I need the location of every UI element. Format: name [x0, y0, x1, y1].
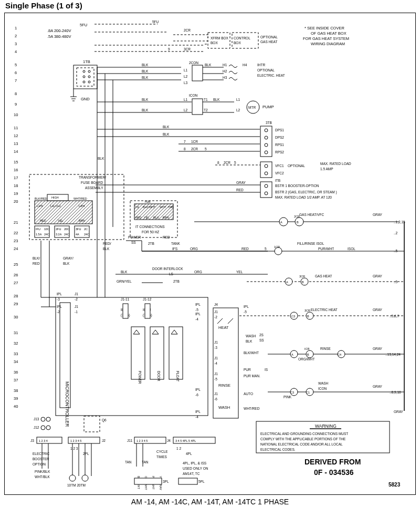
svg-text:BLK: BLK	[205, 63, 212, 67]
svg-text:BLK: BLK	[98, 157, 104, 160]
svg-text:GRAY: GRAY	[373, 213, 383, 216]
svg-text:4PL, IPL, & ISS: 4PL, IPL, & ISS	[183, 461, 207, 465]
svg-text:PINK: PINK	[284, 395, 292, 399]
svg-text:38: 38	[14, 388, 18, 393]
svg-text:24: 24	[14, 246, 18, 251]
svg-rect-73	[192, 65, 203, 81]
svg-text:RED: RED	[135, 216, 142, 219]
svg-text:WHT: WHT	[160, 205, 166, 209]
icon-row: ICON BLK BLK L1T1 L2T2 BLK L1L2 MTR PUMP	[97, 94, 274, 115]
svg-text:1 2 3 4: 1 2 3 4	[39, 439, 48, 442]
svg-text:L1HI: L1HI	[37, 204, 43, 208]
svg-text:GRAY: GRAY	[394, 410, 404, 413]
svg-text:GAS HEAT: GAS HEAT	[315, 274, 332, 278]
svg-text:33: 33	[14, 351, 18, 356]
svg-text:BLK: BLK	[213, 98, 220, 101]
dps-rps: 3TB DPS1 DPS2 RPS1 RPS2 BLK BLK 71CR 82C…	[97, 121, 284, 157]
svg-text:20C: 20C	[64, 227, 69, 231]
fuse-spec: 5FU .8A 200-240V .5A 380-480V	[47, 23, 87, 39]
svg-text:3CR: 3CR	[304, 309, 310, 312]
svg-text:BLK/WHT: BLK/WHT	[143, 205, 156, 209]
svg-text:-1: -1	[75, 310, 78, 314]
svg-text:.5A 380-480V: .5A 380-480V	[47, 34, 71, 39]
svg-text:CONTROL: CONTROL	[234, 36, 250, 40]
svg-text:L2: L2	[184, 108, 188, 112]
svg-text:WARNING: WARNING	[315, 423, 337, 429]
svg-text:BLK: BLK	[63, 262, 70, 265]
svg-text:-4: -4	[195, 317, 198, 321]
svg-rect-361	[178, 478, 197, 484]
svg-text:USED ONLY ON: USED ONLY ON	[183, 467, 208, 470]
svg-text:* SEE INSIDE COVER: * SEE INSIDE COVER	[304, 26, 344, 30]
svg-text:-3: -3	[57, 297, 60, 301]
svg-text:J12: J12	[34, 426, 39, 429]
svg-text:DPS2: DPS2	[275, 136, 284, 139]
svg-text:36: 36	[14, 370, 18, 375]
svg-text:ELECTRIC. HEAT: ELECTRIC. HEAT	[257, 74, 285, 77]
svg-text:ICR: ICR	[304, 347, 310, 350]
svg-text:HIGH: HIGH	[51, 196, 59, 199]
svg-text:GRN/YEL: GRN/YEL	[117, 280, 132, 283]
svg-text:DPS1: DPS1	[275, 128, 284, 132]
svg-text:10C: 10C	[44, 227, 49, 231]
svg-text:H2B: H2B	[145, 200, 151, 203]
svg-text:OPTIONAL: OPTIONAL	[288, 164, 305, 168]
svg-text:5: 5	[265, 247, 267, 251]
svg-text:FOR GAS HEAT SYSTEM: FOR GAS HEAT SYSTEM	[303, 36, 349, 41]
diagram-canvas: 12 34 56 78 910 1112 1314 1516 1718 1920…	[5, 14, 415, 494]
svg-text:J1-11: J1-11	[121, 297, 130, 301]
svg-text:1: 1	[15, 26, 17, 30]
svg-text:C3: C3	[291, 315, 295, 318]
svg-text:34: 34	[14, 359, 18, 364]
svg-text:1 2 3 4 5: 1 2 3 4 5	[136, 439, 148, 442]
svg-text:GRAY: GRAY	[373, 308, 383, 312]
svg-text:PUMP: PUMP	[262, 105, 274, 109]
svg-text:BLK: BLK	[246, 339, 253, 343]
svg-rect-46	[208, 33, 230, 48]
svg-text:RPS2: RPS2	[275, 150, 284, 154]
page-number: 5823	[388, 482, 401, 488]
svg-text:BRN: BRN	[163, 216, 169, 219]
svg-text:2CON: 2CON	[189, 61, 198, 65]
svg-text:2CR: 2CR	[191, 147, 198, 151]
svg-text:WASH: WASH	[218, 405, 230, 410]
svg-text:20: 20	[14, 199, 18, 204]
svg-text:ICON: ICON	[189, 94, 198, 97]
svg-text:-6: -6	[214, 397, 217, 401]
svg-text:ELECTRICAL AND GROUNDING CONNE: ELECTRICAL AND GROUNDING CONNECTIONS MUS…	[260, 432, 348, 436]
svg-text:RINSE: RINSE	[218, 383, 230, 388]
svg-text:-4: -4	[195, 415, 198, 419]
svg-text:5: 5	[234, 161, 236, 164]
svg-text:GRAY: GRAY	[373, 347, 383, 350]
svg-text:B: B	[307, 315, 309, 318]
svg-text:5: 5	[15, 63, 17, 67]
svg-text:AUTO: AUTO	[244, 392, 253, 396]
svg-text:-4: -4	[214, 361, 217, 365]
svg-text:2TB: 2TB	[173, 280, 180, 283]
svg-text:VFC1: VFC1	[275, 164, 284, 168]
svg-text:WHT/BLK: WHT/BLK	[35, 475, 50, 479]
bottom-connectors: J13 J12 Q6 J31 2 3 4 J21 2 3 4 5 J111 2 …	[30, 416, 215, 490]
svg-text:6: 6	[15, 70, 17, 75]
svg-text:OPTIONAL: OPTIONAL	[257, 68, 275, 72]
svg-text:J1-12: J1-12	[143, 297, 152, 301]
svg-text:PUR
MAN.: PUR MAN.	[244, 374, 260, 378]
svg-text:AM14T, TC: AM14T, TC	[183, 472, 200, 475]
svg-text:2CR: 2CR	[184, 28, 191, 32]
svg-rect-97	[260, 126, 272, 157]
svg-text:10TM 20TM: 10TM 20TM	[67, 483, 86, 487]
wiring-diagram: 12 34 56 78 910 1112 1314 1516 1718 1920…	[5, 14, 415, 494]
caption: AM -14, AM -14C, AM -14T, AM -14TC 1 PHA…	[0, 498, 420, 506]
svg-text:32: 32	[14, 341, 18, 346]
svg-text:OPTION: OPTION	[33, 462, 46, 466]
svg-text:-2: -2	[214, 315, 217, 319]
svg-point-321	[46, 426, 50, 430]
svg-text:28: 28	[14, 294, 18, 298]
svg-text:25: 25	[14, 262, 18, 267]
svg-text:YEL: YEL	[58, 219, 63, 222]
svg-text:SS: SS	[259, 338, 264, 342]
svg-text:2: 2	[15, 34, 17, 38]
svg-text:PINK/BLK: PINK/BLK	[35, 470, 50, 473]
svg-text:17: 17	[14, 175, 18, 180]
svg-text:5PL: 5PL	[198, 480, 205, 483]
